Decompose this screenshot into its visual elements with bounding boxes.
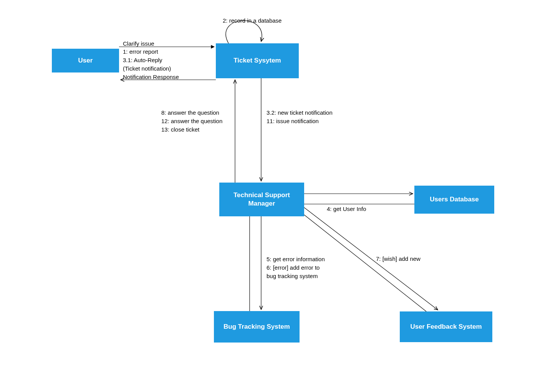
label-down-2: 11: issue notification (267, 117, 319, 125)
label-auto-reply-2: (Ticket notification) (123, 64, 171, 73)
node-users-db: Users Database (414, 186, 494, 214)
node-users-db-label: Users Database (430, 195, 479, 204)
label-wish: 7: [wish] add new (376, 255, 421, 263)
label-bug-1: 5: get error information (267, 255, 325, 264)
node-bug-tracking: Bug Tracking System (214, 311, 300, 343)
label-bug-3: bug tracking system (267, 272, 318, 280)
label-self-loop: 2: record in a database (223, 16, 281, 25)
label-bug-2: 6: [error] add error to (267, 264, 320, 272)
node-ticket-system: Ticket Sysytem (216, 43, 299, 78)
node-user-label: User (78, 56, 93, 65)
node-user: User (52, 49, 119, 72)
node-feedback: User Feedback System (400, 311, 492, 342)
label-notification-response: Notification Response (123, 73, 179, 81)
node-tech-support: Technical Support Manager (219, 183, 304, 216)
node-feedback-label: User Feedback System (410, 323, 482, 331)
label-error-report: 1: error report (123, 48, 158, 56)
label-up-2: 12: answer the question (161, 117, 222, 125)
node-ticket-system-label: Ticket Sysytem (233, 56, 281, 65)
node-bug-tracking-label: Bug Tracking System (224, 323, 290, 331)
label-auto-reply-1: 3.1: Auto-Reply (123, 56, 162, 64)
label-get-user-info: 4: get User Info (327, 205, 366, 213)
label-clarify: Clarify issue (123, 40, 154, 48)
label-down-1: 3.2: new ticket notification (267, 109, 333, 117)
label-up-3: 13: close ticket (161, 125, 199, 134)
node-tech-support-label: Technical Support Manager (222, 191, 301, 208)
label-up-1: 8: answer the question (161, 109, 219, 117)
